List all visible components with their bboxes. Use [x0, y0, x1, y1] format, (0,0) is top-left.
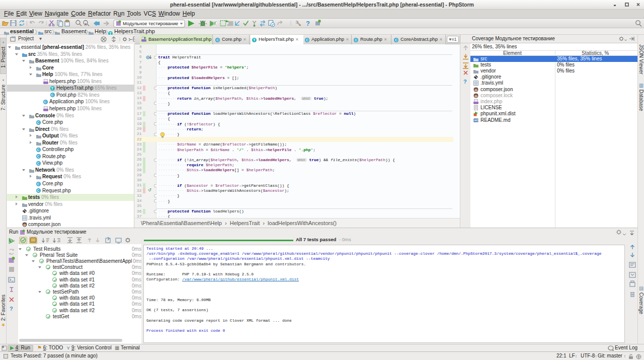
svg-text:?: ? — [10, 306, 13, 312]
svg-text:?: ? — [306, 20, 310, 27]
svg-text:?: ? — [463, 79, 467, 85]
svg-text:Модульное тестирование: Модульное тестирование — [123, 21, 178, 26]
svg-text:MD: MD — [474, 119, 478, 122]
